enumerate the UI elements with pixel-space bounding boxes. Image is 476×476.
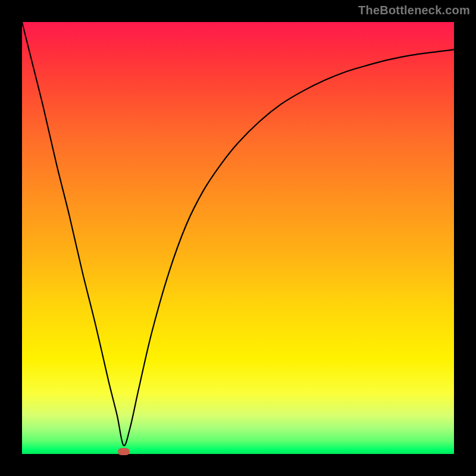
chart-frame: TheBottleneck.com xyxy=(0,0,476,476)
plot-area xyxy=(22,22,454,454)
watermark-text: TheBottleneck.com xyxy=(358,4,470,17)
minimum-marker xyxy=(118,448,130,455)
bottleneck-curve xyxy=(22,22,454,454)
